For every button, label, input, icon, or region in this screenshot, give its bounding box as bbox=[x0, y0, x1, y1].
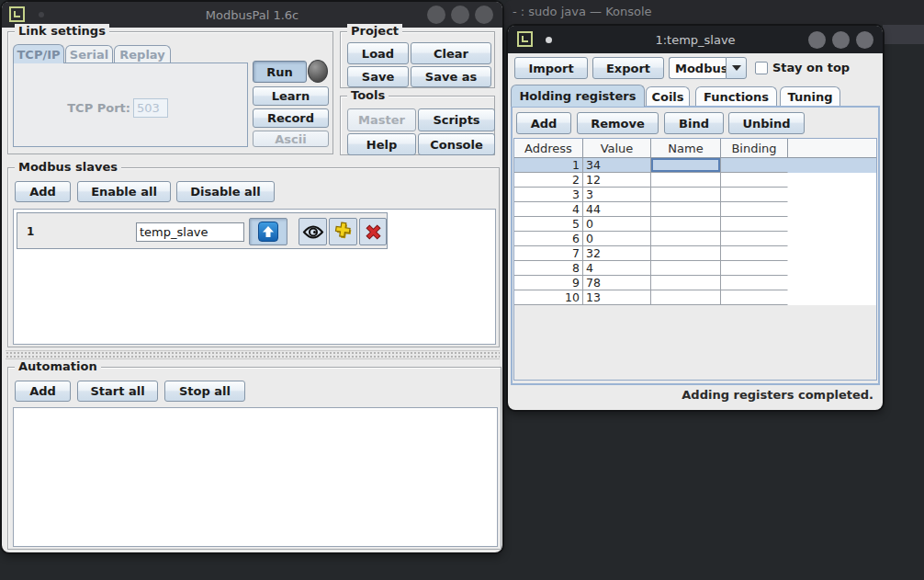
tab-serial[interactable]: Serial bbox=[65, 45, 113, 63]
minimize-button[interactable] bbox=[808, 31, 826, 49]
table-row[interactable]: 2 12 bbox=[514, 173, 876, 188]
chevron-down-icon bbox=[732, 65, 741, 71]
ascii-button[interactable]: Ascii bbox=[253, 131, 329, 147]
start-all-button[interactable]: Start all bbox=[77, 381, 158, 402]
konsole-titlebar[interactable]: - : sudo java — Konsole bbox=[504, 0, 924, 25]
desktop: - : sudo java — Konsole ModbusPal 1.6c L… bbox=[0, 0, 924, 580]
enable-all-button[interactable]: Enable all bbox=[77, 181, 171, 202]
led-indicator bbox=[308, 60, 328, 83]
stay-on-top-label: Stay on top bbox=[772, 61, 850, 74]
scripts-button[interactable]: Scripts bbox=[418, 108, 495, 131]
unbind-button[interactable]: Unbind bbox=[728, 112, 805, 134]
table-row[interactable]: 4 44 bbox=[514, 202, 876, 217]
maximize-button[interactable] bbox=[832, 31, 850, 49]
record-button[interactable]: Record bbox=[253, 108, 329, 128]
slave-name-field[interactable] bbox=[136, 222, 244, 242]
status-message: Adding registers completed. bbox=[508, 388, 873, 402]
slave-enable-toggle-button[interactable] bbox=[249, 218, 287, 245]
titlebar-dot-icon bbox=[39, 12, 44, 17]
run-button[interactable]: Run bbox=[253, 61, 307, 83]
visibility-eye-icon bbox=[302, 224, 324, 240]
column-header-value[interactable]: Value bbox=[583, 139, 651, 158]
stay-on-top-checkbox[interactable] bbox=[755, 62, 768, 74]
project-title: Project bbox=[347, 24, 402, 38]
slave-row[interactable]: 1 bbox=[17, 212, 388, 249]
table-row[interactable]: 8 4 bbox=[514, 261, 876, 276]
protocol-combo[interactable]: Modbus bbox=[669, 57, 726, 79]
link-settings-title: Link settings bbox=[15, 24, 109, 38]
modbuspal-window: ModbusPal 1.6c Link settings TCP/IP Seri… bbox=[2, 2, 502, 552]
automation-title: Automation bbox=[15, 359, 101, 373]
tab-holding-registers[interactable]: Holding registers bbox=[511, 85, 645, 107]
split-divider[interactable] bbox=[6, 350, 500, 359]
bind-button[interactable]: Bind bbox=[664, 112, 724, 134]
modbus-slaves-title: Modbus slaves bbox=[15, 160, 121, 174]
column-header-filler bbox=[788, 139, 876, 158]
table-row[interactable]: 3 3 bbox=[514, 188, 876, 202]
protocol-combo-arrow-button[interactable] bbox=[726, 57, 747, 79]
tools-title: Tools bbox=[347, 88, 389, 102]
column-header-address[interactable]: Address bbox=[514, 139, 583, 158]
registers-table-header[interactable]: Address Value Name Binding bbox=[514, 139, 876, 158]
slave-visibility-button[interactable] bbox=[299, 218, 327, 245]
slave-editor-titlebar[interactable]: 1:temp_slave bbox=[508, 26, 883, 53]
column-header-name[interactable]: Name bbox=[651, 139, 721, 158]
slave-editor-window: 1:temp_slave Import Export Modbus Stay o… bbox=[508, 26, 883, 410]
table-row[interactable]: 10 13 bbox=[514, 290, 876, 305]
remove-register-button[interactable]: Remove bbox=[577, 112, 659, 134]
table-row[interactable]: 9 78 bbox=[514, 276, 876, 290]
learn-button[interactable]: Learn bbox=[253, 86, 329, 106]
master-button[interactable]: Master bbox=[347, 108, 416, 131]
tab-tuning[interactable]: Tuning bbox=[780, 86, 840, 107]
registers-scrollpane[interactable]: Address Value Name Binding 1 34 2 12 3 3 bbox=[513, 138, 877, 381]
add-register-button[interactable]: Add bbox=[516, 112, 571, 134]
tab-functions[interactable]: Functions bbox=[695, 86, 777, 107]
table-row[interactable]: 7 32 bbox=[514, 246, 876, 261]
move-up-icon bbox=[258, 222, 278, 242]
automation-list-area bbox=[13, 407, 498, 547]
maximize-button[interactable] bbox=[451, 6, 469, 24]
slave-delete-button[interactable] bbox=[359, 218, 387, 245]
console-button[interactable]: Console bbox=[418, 133, 495, 155]
tab-replay[interactable]: Replay bbox=[114, 45, 171, 63]
tab-tcpip[interactable]: TCP/IP bbox=[13, 44, 64, 63]
clear-button[interactable]: Clear bbox=[411, 42, 491, 64]
stop-all-button[interactable]: Stop all bbox=[164, 381, 245, 402]
app-window-icon[interactable] bbox=[517, 31, 533, 47]
import-button[interactable]: Import bbox=[514, 57, 588, 79]
add-plus-icon bbox=[332, 221, 355, 243]
load-button[interactable]: Load bbox=[347, 42, 409, 64]
table-row[interactable]: 5 0 bbox=[514, 217, 876, 232]
tab-coils[interactable]: Coils bbox=[646, 86, 690, 107]
table-row[interactable]: 6 0 bbox=[514, 232, 876, 246]
add-slave-button[interactable]: Add bbox=[15, 181, 71, 202]
export-button[interactable]: Export bbox=[592, 57, 664, 79]
tcp-port-field[interactable] bbox=[133, 98, 168, 118]
konsole-tabbar-fragment bbox=[883, 25, 924, 44]
disable-all-button[interactable]: Disable all bbox=[176, 181, 275, 202]
konsole-title: - : sudo java — Konsole bbox=[513, 5, 652, 18]
tcp-port-label: TCP Port: bbox=[29, 101, 130, 115]
help-button[interactable]: Help bbox=[347, 133, 416, 155]
close-button[interactable] bbox=[856, 31, 873, 49]
column-header-binding[interactable]: Binding bbox=[721, 139, 788, 158]
titlebar-dot-icon bbox=[546, 37, 552, 43]
app-window-icon[interactable] bbox=[9, 6, 25, 22]
close-button[interactable] bbox=[475, 6, 493, 24]
minimize-button[interactable] bbox=[427, 6, 445, 24]
slave-add-automation-button[interactable] bbox=[329, 218, 357, 245]
add-automation-button[interactable]: Add bbox=[15, 381, 71, 402]
slave-id: 1 bbox=[27, 225, 34, 238]
save-as-button[interactable]: Save as bbox=[411, 66, 491, 87]
save-button[interactable]: Save bbox=[347, 66, 409, 87]
delete-x-icon bbox=[364, 222, 383, 242]
table-row[interactable]: 1 34 bbox=[514, 158, 876, 173]
